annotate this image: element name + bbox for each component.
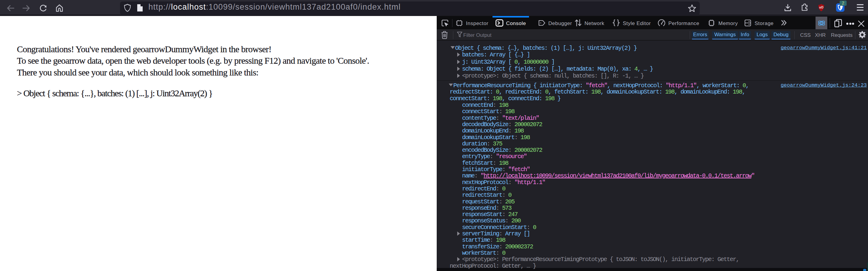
svg-text:uO: uO xyxy=(819,6,824,9)
